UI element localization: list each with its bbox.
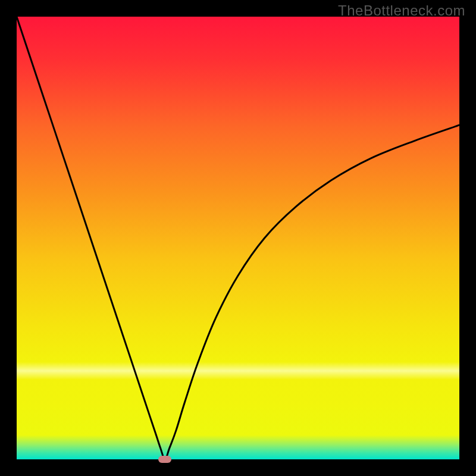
plot-svg bbox=[17, 17, 459, 459]
gradient-background bbox=[17, 17, 459, 459]
chart-frame: TheBottleneck.com bbox=[0, 0, 476, 476]
optimal-point-marker bbox=[158, 456, 171, 463]
watermark-label: TheBottleneck.com bbox=[338, 2, 465, 19]
plot-area bbox=[17, 17, 459, 459]
